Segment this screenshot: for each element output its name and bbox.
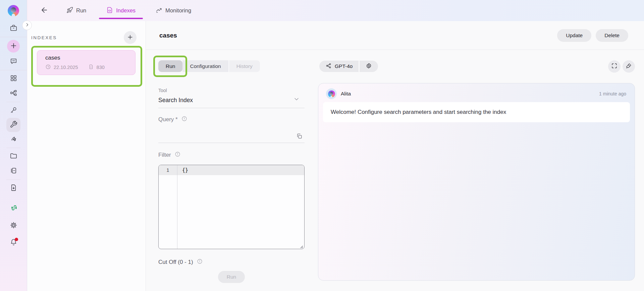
index-card-date: 22.10.2025: [54, 65, 78, 70]
query-input[interactable]: [158, 123, 305, 143]
cutoff-label: Cut Off (0 - 1): [158, 259, 193, 266]
toolkits-button[interactable]: [6, 118, 20, 132]
resize-handle-icon[interactable]: [299, 244, 303, 248]
tool-select[interactable]: Search Index: [158, 93, 305, 108]
notifications-button[interactable]: [6, 235, 20, 250]
scribble-icon: [10, 135, 17, 144]
model-name: GPT-4o: [335, 63, 353, 69]
nav-tab-monitoring[interactable]: Monitoring: [156, 0, 191, 21]
briefcase-icon: [10, 24, 17, 33]
pipeline-icon: [10, 204, 17, 213]
tool-select-value: Search Index: [158, 97, 193, 104]
app-rail: [0, 0, 27, 291]
run-button[interactable]: Run: [218, 271, 245, 283]
main-header: cases Update Delete: [146, 21, 644, 50]
chat-panel: Alita 1 minute ago Welcome! Configure se…: [318, 83, 635, 281]
chat-icon: [10, 57, 17, 66]
pages-icon: [10, 167, 17, 175]
copy-icon[interactable]: [296, 133, 303, 139]
update-button[interactable]: Update: [557, 29, 591, 42]
apps-button[interactable]: [6, 71, 20, 86]
search-form: Run Configuration History Tool Search In…: [146, 50, 318, 283]
editor-gutter: 1: [159, 165, 177, 249]
tool-label: Tool: [158, 88, 305, 93]
top-navigation: Run Indexes Monitoring: [66, 0, 191, 21]
rail-divider: [0, 37, 27, 37]
add-index-button[interactable]: [124, 31, 137, 44]
chat-message: Welcome! Configure search parameters and…: [323, 102, 630, 122]
chevron-right-icon: [25, 22, 30, 28]
model-select-button[interactable]: GPT-4o: [319, 61, 359, 72]
create-new-button[interactable]: [7, 40, 20, 53]
clear-chat-button[interactable]: [623, 60, 635, 73]
index-card-count: 830: [97, 65, 105, 70]
flows-button[interactable]: [6, 86, 20, 101]
app-logo[interactable]: [0, 0, 27, 21]
nav-tab-indexes[interactable]: Indexes: [106, 0, 136, 21]
broom-icon: [626, 63, 632, 70]
chat-message-header: Alita 1 minute ago: [318, 83, 635, 99]
back-button[interactable]: [40, 6, 48, 15]
filter-label: Filter: [158, 152, 171, 158]
model-settings-button[interactable]: [360, 61, 378, 72]
rail-divider: [0, 70, 27, 70]
chart-line-icon: [156, 7, 162, 15]
info-icon: [181, 116, 187, 123]
query-label-row: Query *: [158, 116, 305, 123]
nav-tab-label: Indexes: [116, 7, 136, 14]
projects-button[interactable]: [6, 21, 20, 36]
flow-icon: [10, 89, 17, 98]
datasources-button[interactable]: [6, 164, 20, 178]
nav-tab-label: Monitoring: [165, 7, 191, 14]
run-button-row: Run: [158, 271, 305, 283]
indexes-sidebar: INDEXES cases 22.10.2025 830: [27, 21, 146, 291]
import-button[interactable]: [6, 181, 20, 196]
avatar: [326, 88, 337, 99]
chevron-down-icon: [293, 96, 303, 104]
arrow-left-icon: [40, 6, 48, 15]
pipelines-button[interactable]: [6, 201, 20, 216]
query-label: Query *: [158, 116, 178, 123]
tab-history[interactable]: History: [228, 60, 260, 72]
sidebar-expand-button[interactable]: [22, 20, 32, 30]
rail-divider: [6, 102, 20, 102]
artifacts-button[interactable]: [6, 132, 20, 147]
editor-code-area[interactable]: {}: [177, 165, 304, 249]
settings-button[interactable]: [6, 218, 20, 233]
delete-button[interactable]: Delete: [596, 29, 628, 42]
fullscreen-button[interactable]: [608, 60, 621, 73]
tab-run[interactable]: Run: [158, 60, 182, 72]
page-title: cases: [159, 32, 177, 39]
tab-configuration[interactable]: Configuration: [182, 60, 228, 72]
chat-column: GPT-4o: [318, 50, 644, 283]
sender-name: Alita: [341, 91, 351, 97]
folder-icon: [10, 152, 17, 161]
alita-logo-icon: [8, 5, 19, 16]
index-card-cases[interactable]: cases 22.10.2025 830: [37, 50, 136, 75]
cutoff-label-row: Cut Off (0 - 1): [158, 259, 305, 266]
index-card-title: cases: [45, 55, 127, 61]
plus-icon: [10, 42, 17, 51]
sidebar-title: INDEXES: [31, 35, 57, 40]
file-download-icon: [10, 184, 17, 193]
key-icon: [10, 106, 17, 115]
file-code-icon: [106, 7, 113, 15]
filter-code-editor[interactable]: 1 {}: [158, 165, 305, 249]
credentials-button[interactable]: [6, 103, 20, 118]
main-content: Run Configuration History Tool Search In…: [146, 50, 644, 283]
message-timestamp: 1 minute ago: [599, 91, 626, 96]
rail-divider: [6, 148, 20, 148]
top-bar: Run Indexes Monitoring: [27, 0, 644, 21]
model-chip: GPT-4o: [319, 61, 378, 72]
wrench-icon: [10, 121, 17, 129]
rail-divider: [6, 179, 20, 180]
filter-label-row: Filter: [158, 151, 305, 159]
collections-button[interactable]: [6, 149, 20, 164]
chats-button[interactable]: [6, 54, 20, 69]
line-number: 1: [159, 165, 177, 175]
gear-icon: [10, 221, 17, 230]
fullscreen-icon: [611, 63, 618, 70]
document-icon: [88, 64, 94, 71]
view-tabs: Run Configuration History: [158, 60, 260, 72]
nav-tab-run[interactable]: Run: [66, 0, 86, 21]
